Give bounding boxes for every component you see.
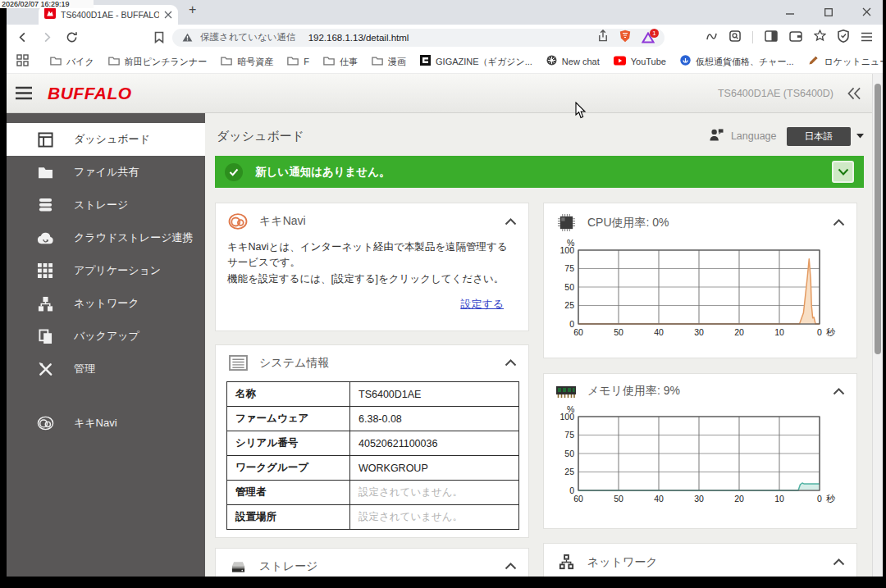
bookmark-item[interactable]: F	[287, 54, 309, 69]
brave-rewards-icon[interactable]: 1	[642, 32, 655, 43]
folder-icon	[221, 54, 232, 69]
collapse-chevron-icon[interactable]	[505, 359, 517, 367]
network-card-title: ネットワーク	[587, 555, 658, 570]
search-tabs-icon[interactable]	[729, 30, 741, 45]
menu-icon[interactable]	[861, 30, 873, 45]
system-info-title: システム情報	[259, 356, 329, 371]
storage-drive-icon	[227, 558, 249, 574]
network-card: ネットワーク	[543, 543, 857, 577]
sidebar-item-applications[interactable]: アプリケーション	[7, 254, 205, 287]
folder-icon	[36, 166, 54, 179]
new-tab-button[interactable]: +	[189, 2, 196, 17]
svg-text:20: 20	[734, 327, 744, 337]
svg-text:30: 30	[694, 494, 704, 504]
tab-strip: TS6400D1AE - BUFFALO TeraSta +	[7, 0, 883, 25]
forward-icon[interactable]	[41, 31, 53, 43]
notification-text: 新しい通知はありません。	[255, 165, 390, 180]
sidebar-item-file-sharing[interactable]: ファイル共有	[7, 156, 205, 189]
tab-close-icon[interactable]	[164, 7, 172, 22]
svg-text:50: 50	[614, 494, 623, 504]
bookmark-label: F	[304, 57, 309, 66]
nas-app: BUFFALO TS6400D1AE (TS6400D) ダッシュボードファイル…	[7, 74, 883, 577]
sidebar-item-management[interactable]: 管理	[7, 353, 205, 385]
bookmark-item[interactable]: 前田ピンチランナー	[108, 54, 208, 69]
vpn-shield-icon[interactable]	[838, 30, 849, 46]
divider	[752, 31, 753, 43]
svg-text:40: 40	[654, 494, 664, 504]
maximize-icon[interactable]	[824, 5, 833, 20]
bookmark-item[interactable]: 漫画	[372, 54, 406, 69]
back-icon[interactable]	[16, 31, 29, 43]
leo-ai-icon[interactable]	[706, 30, 718, 45]
scrollbar-thumb[interactable]	[875, 84, 881, 354]
sidebar-item-backup[interactable]: バックアップ	[7, 320, 205, 353]
language-select-button[interactable]: 日本語	[787, 127, 852, 146]
app-header: BUFFALO TS6400D1AE (TS6400D)	[7, 74, 872, 113]
svg-text:75: 75	[564, 430, 574, 440]
language-caret-icon[interactable]	[856, 134, 864, 139]
apps-grid-icon[interactable]	[16, 54, 29, 70]
reload-icon[interactable]	[66, 31, 78, 43]
collapse-chevron-icon[interactable]	[833, 558, 845, 566]
bookmarks-bar: バイク前田ピンチランナー暗号資産F仕事漫画GIGAZINE（ギガジン...New…	[7, 50, 883, 74]
cpu-usage-card: CPU使用率: 0% 10075502506050403020100%秒	[543, 203, 857, 358]
close-icon[interactable]	[862, 5, 871, 20]
minimize-icon[interactable]	[786, 5, 795, 20]
bookmark-item[interactable]: 暗号資産	[221, 54, 273, 69]
table-row: ファームウェア6.38-0.08	[227, 407, 519, 431]
kikinavi-description: キキNaviとは、インターネット経由で本製品を遠隔管理するサービスです。 機能を…	[216, 235, 528, 287]
svg-text:60: 60	[573, 494, 583, 504]
bookmark-item[interactable]: GIGAZINE（ギガジン...	[420, 54, 532, 69]
cloud-icon	[36, 231, 54, 244]
bookmark-item[interactable]: YouTube	[614, 54, 666, 69]
system-info-table: 名称TS6400D1AEファームウェア6.38-0.08シリアル番号405206…	[226, 381, 519, 530]
bookmark-item[interactable]: ロケットニュース24	[808, 54, 883, 69]
storage-card-title: ストレージ	[259, 559, 317, 574]
configure-link[interactable]: 設定する	[460, 298, 504, 310]
collapse-chevron-icon[interactable]	[505, 218, 517, 226]
bookmark-flag-icon[interactable]	[154, 31, 164, 43]
notification-banner: 新しい通知はありません。	[215, 156, 864, 188]
sidebar-item-storage[interactable]: ストレージ	[7, 189, 205, 221]
apps-icon	[36, 263, 54, 278]
collapse-chevron-icon[interactable]	[833, 388, 845, 395]
bookmark-item[interactable]: 仮想通貨価格、チャー...	[680, 54, 794, 69]
svg-text:10: 10	[774, 494, 784, 504]
device-name: TS6400D1AE (TS6400D)	[718, 88, 833, 99]
svg-text:0: 0	[817, 327, 822, 337]
window-controls	[786, 0, 871, 25]
scrollbar[interactable]	[872, 74, 883, 577]
buffalo-favicon	[44, 7, 56, 22]
sidebar-item-label: キキNavi	[74, 416, 117, 431]
tools-icon	[36, 362, 54, 377]
sidebar-item-kikinavi[interactable]: キキNavi	[7, 407, 205, 440]
collapse-panel-icon[interactable]	[847, 87, 862, 100]
brave-shield-icon[interactable]	[619, 30, 631, 46]
svg-text:秒: 秒	[826, 327, 836, 337]
cpu-usage-title: CPU使用率: 0%	[587, 216, 669, 230]
collapse-chevron-icon[interactable]	[505, 563, 517, 570]
memory-ram-icon	[555, 384, 577, 399]
notification-expand-button[interactable]	[832, 161, 854, 183]
sidebar-item-dashboard[interactable]: ダッシュボード	[7, 123, 205, 156]
sidebar-item-network[interactable]: ネットワーク	[7, 287, 205, 320]
rewards-badge: 1	[650, 29, 659, 38]
url-bar[interactable]: 保護されていない通信 192.168.1.13/detail.html 1	[172, 29, 664, 47]
row-value: 6.38-0.08	[350, 407, 519, 431]
bookmark-item[interactable]: New chat	[546, 54, 600, 69]
bookmark-item[interactable]: バイク	[50, 54, 94, 69]
sidebar-toggle-icon[interactable]	[765, 30, 778, 45]
sidebar-item-cloud-storage[interactable]: クラウドストレージ連携	[7, 221, 205, 254]
star-add-icon[interactable]	[814, 30, 826, 45]
share-icon[interactable]	[597, 30, 609, 45]
row-label: 名称	[227, 382, 350, 407]
wallet-icon[interactable]	[789, 30, 802, 45]
bookmark-item[interactable]: 仕事	[323, 54, 358, 69]
bookmark-label: New chat	[562, 57, 600, 66]
svg-text:%: %	[567, 239, 574, 248]
row-label: ワークグループ	[227, 456, 350, 481]
buffalo-logo: BUFFALO	[48, 84, 132, 103]
app-menu-icon[interactable]	[15, 86, 33, 100]
sidebar-item-label: ストレージ	[74, 198, 128, 212]
collapse-chevron-icon[interactable]	[833, 219, 845, 226]
